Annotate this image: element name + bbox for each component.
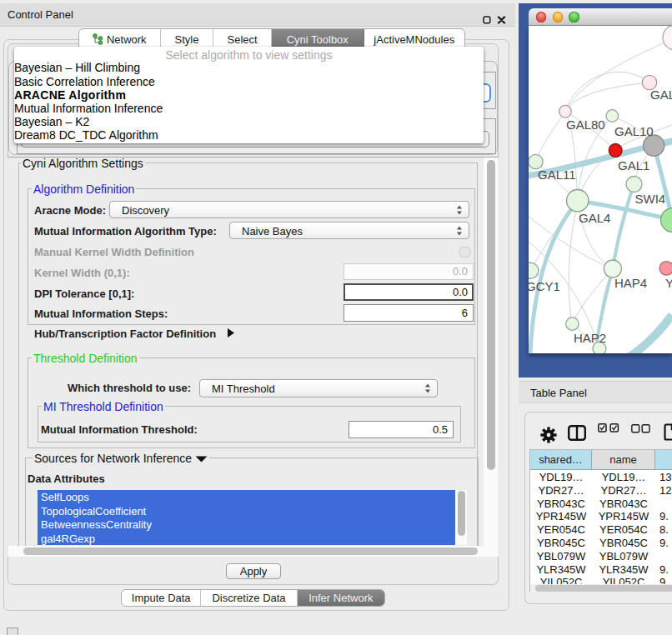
svg-text:GAL1: GAL1 bbox=[618, 158, 649, 172]
svg-text:GAL7: GAL7 bbox=[650, 88, 672, 102]
svg-text:GAL80: GAL80 bbox=[566, 118, 605, 132]
svg-text:GAL4: GAL4 bbox=[579, 211, 610, 225]
svg-text:HAP4: HAP4 bbox=[614, 276, 647, 290]
svg-text:GAL10: GAL10 bbox=[614, 124, 654, 138]
svg-text:Y: Y bbox=[665, 276, 672, 290]
svg-text:HAP2: HAP2 bbox=[574, 331, 606, 345]
svg-text:GAL11: GAL11 bbox=[538, 168, 576, 182]
svg-text:SWI4: SWI4 bbox=[635, 192, 666, 206]
svg-text:GCY1: GCY1 bbox=[529, 279, 560, 293]
